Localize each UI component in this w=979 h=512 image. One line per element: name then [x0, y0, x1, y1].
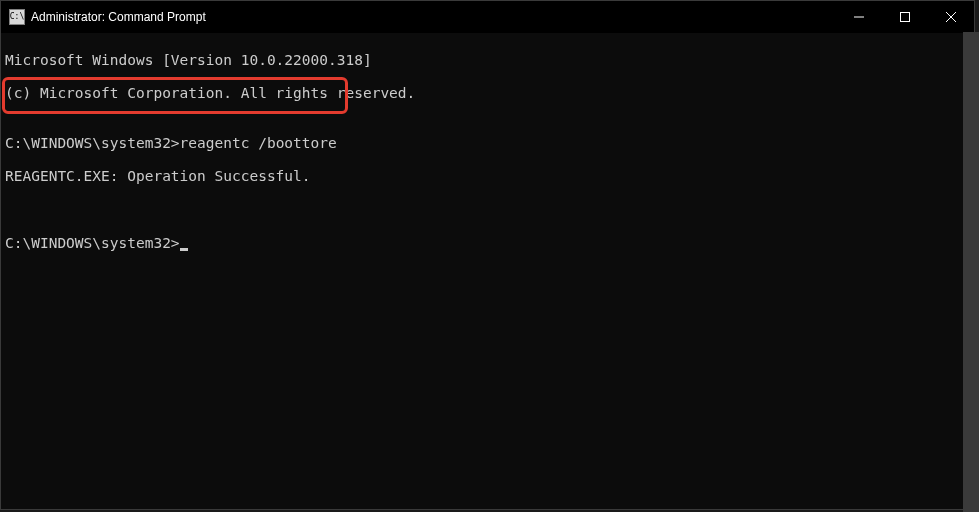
svg-rect-1	[901, 13, 910, 22]
cursor	[180, 248, 188, 251]
window-controls	[836, 1, 974, 33]
terminal-output[interactable]: Microsoft Windows [Version 10.0.22000.31…	[1, 33, 974, 509]
copyright-line: (c) Microsoft Corporation. All rights re…	[5, 85, 970, 102]
maximize-button[interactable]	[882, 1, 928, 33]
command-prompt-window: C:\ Administrator: Command Prompt Micro	[0, 0, 975, 510]
vertical-scrollbar[interactable]	[963, 32, 979, 512]
prompt-command: reagentc /boottore	[180, 135, 337, 151]
version-line: Microsoft Windows [Version 10.0.22000.31…	[5, 52, 970, 69]
prompt-path: C:\WINDOWS\system32>	[5, 135, 180, 151]
window-title: Administrator: Command Prompt	[31, 10, 836, 24]
titlebar[interactable]: C:\ Administrator: Command Prompt	[1, 1, 974, 33]
scrollbar-thumb[interactable]	[963, 32, 979, 512]
prompt-line-1: C:\WINDOWS\system32>reagentc /boottore	[5, 135, 970, 152]
prompt-line-2: C:\WINDOWS\system32>	[5, 235, 970, 252]
result-line: REAGENTC.EXE: Operation Successful.	[5, 168, 970, 185]
prompt-path: C:\WINDOWS\system32>	[5, 235, 180, 251]
minimize-button[interactable]	[836, 1, 882, 33]
app-icon: C:\	[9, 9, 25, 25]
minimize-icon	[854, 12, 864, 22]
close-icon	[946, 12, 956, 22]
close-button[interactable]	[928, 1, 974, 33]
maximize-icon	[900, 12, 910, 22]
